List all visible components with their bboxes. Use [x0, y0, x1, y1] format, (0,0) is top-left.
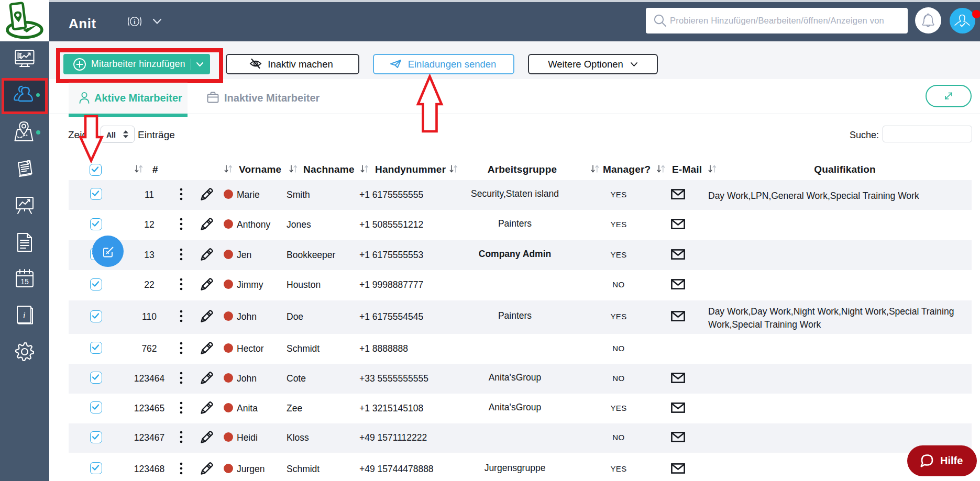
svg-text:i: i [134, 18, 136, 26]
svg-text:15: 15 [20, 277, 29, 286]
svg-text:i: i [23, 310, 26, 320]
